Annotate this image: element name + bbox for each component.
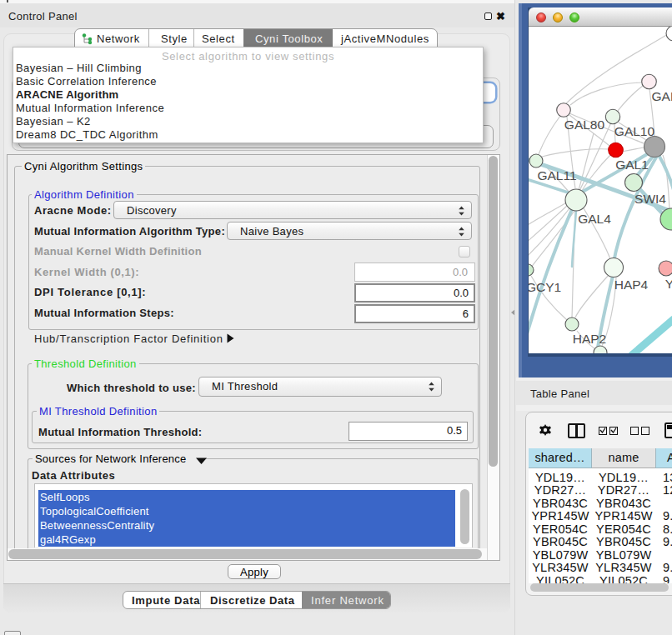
svg-text:HAP2: HAP2 [573, 332, 607, 346]
svg-text:SWI4: SWI4 [634, 192, 666, 206]
svg-text:GAL10: GAL10 [614, 124, 655, 138]
svg-text:HAP4: HAP4 [614, 278, 649, 292]
svg-text:GAL11: GAL11 [537, 168, 576, 182]
svg-text:GAL1: GAL1 [615, 158, 649, 172]
svg-text:GAL: GAL [651, 89, 672, 103]
svg-text:Y: Y [665, 277, 672, 291]
svg-text:GAL80: GAL80 [564, 118, 605, 132]
svg-text:GAL4: GAL4 [578, 212, 611, 226]
svg-text:GCY1: GCY1 [529, 280, 561, 294]
